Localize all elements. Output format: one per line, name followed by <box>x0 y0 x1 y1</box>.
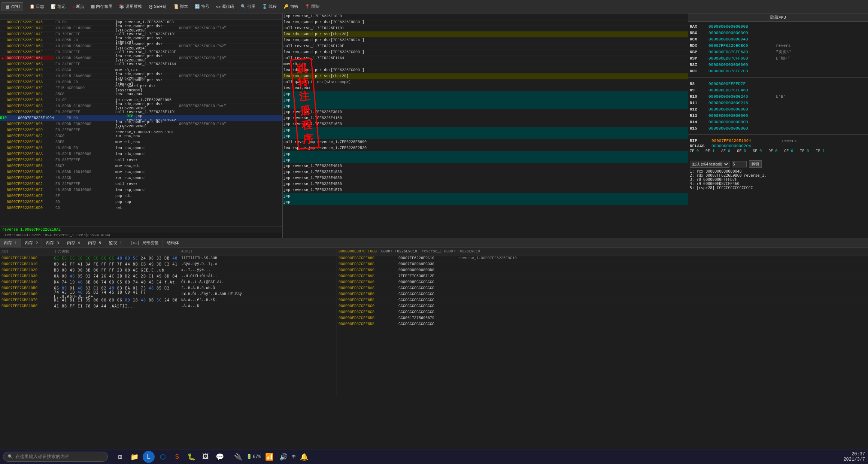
search-bar[interactable]: 🔍 在这里输入你要搜索的内容 <box>3 452 108 462</box>
reg-value[interactable]: 0000000000000000 <box>708 126 776 131</box>
disasm-row[interactable]: 00007FF6226E1958 48:8D0D C5830000 lea rc… <box>0 43 282 49</box>
disasm-row[interactable]: 00007FF6226E19AA 48:8D15 4F830000 lea rd… <box>0 151 282 157</box>
reg-value[interactable]: 0000000000000246 <box>708 101 776 105</box>
center-instr-row[interactable]: jmp reverse_1.7FF6226E18F8 <box>283 13 688 19</box>
reg-value[interactable]: 000000ED87CFF680 <box>708 56 776 61</box>
bottom-tab-7[interactable]: 结构体 <box>163 239 183 247</box>
flag-value[interactable]: 0 <box>775 149 777 153</box>
source-button[interactable]: <> 源代码 <box>213 3 237 10</box>
center-instr-row[interactable]: jmp reverse_1.7FF6226E1830 <box>283 169 688 175</box>
reg-value[interactable]: 000000ED87CFF7C8 <box>708 69 776 73</box>
center-instr-row[interactable]: jmp <box>283 157 688 163</box>
fastcall-num-input[interactable] <box>732 161 747 167</box>
memory-row[interactable]: 00007FFF7CB81070 D1 41 81 E1 05 00 00 80… <box>0 297 337 303</box>
center-instr-row[interactable]: jmp <box>283 151 688 157</box>
flag-value[interactable]: 1 <box>822 149 825 153</box>
center-instr-row[interactable]: lea rcx,qword ptr ss:[rbp+28] <box>283 73 688 79</box>
taskbar-icon-2[interactable]: 📁 <box>128 451 140 463</box>
reg-value[interactable]: 000000ED87CFF460 <box>708 88 776 93</box>
reg-value[interactable]: 00000000FFFFD7F <box>708 82 776 86</box>
center-instr-row[interactable]: jmp <box>283 193 688 199</box>
disasm-row[interactable]: 00007FF6226E19A2 33C0 xor eax,eax <box>0 133 282 139</box>
center-scroll[interactable]: jmp reverse_1.7FF6226E18F8lea rcx,qword … <box>283 13 688 238</box>
disasm-row[interactable]: 00007FF6226E1948 48:8D0D E1830000 lea rc… <box>0 25 282 31</box>
bottom-tab-3[interactable]: 内存 4 <box>63 239 84 247</box>
disasm-row[interactable]: 00007FF6226E19B8 48:8B8D 10010000 mov rc… <box>0 169 282 175</box>
threads-button[interactable]: 🧵 线程 <box>259 3 280 10</box>
center-instr-row[interactable]: jmp <box>283 199 688 205</box>
flag-value[interactable]: 0 <box>728 149 730 153</box>
center-instr-row[interactable]: lea rcx,qword ptr ds:[7FF6226E9D30 ] <box>283 19 688 25</box>
volume-icon[interactable]: 🔊 <box>277 451 289 463</box>
flag-value[interactable]: 0 <box>759 149 762 153</box>
reg-value[interactable]: 00007FF6226E9BC0 <box>708 43 776 48</box>
taskbar-icon-1[interactable]: ⊞ <box>114 451 126 463</box>
references-button[interactable]: 🔍 引用 <box>238 3 258 10</box>
stack-row[interactable]: 000000ED87CFF6D0 CC00617375696679 <box>337 315 868 321</box>
reg-value[interactable]: 0000000000000000 <box>708 120 776 124</box>
unlock-button[interactable]: 解锁 <box>749 160 762 168</box>
memory-row[interactable]: 00007FFF7CB81080 41 8B FF E1 78 9A 44 .Á… <box>0 303 337 309</box>
seh-button[interactable]: ⛓ SEH链 <box>146 3 170 10</box>
stack-row[interactable]: 000000ED87CFF690 00000000000000D0 <box>337 267 868 273</box>
stack-row[interactable]: 000000ED87CFF698 7EFEFF7C636B712F <box>337 273 868 279</box>
reg-value[interactable]: 0000000000000000 <box>708 113 776 118</box>
cpu-button[interactable]: 🖥 CPU <box>1 2 23 11</box>
reg-value[interactable]: 0000000000000000 <box>708 107 776 112</box>
stack-row[interactable]: 000000ED87CFF6C0 CCCCCCCCCCCCCCCC <box>337 303 868 309</box>
bottom-tab-0[interactable]: 内存 1 <box>0 239 21 247</box>
center-instr-row[interactable]: jmp reverse_1.7FF6226E1E70 <box>283 187 688 193</box>
disasm-row[interactable]: 00007FF6226E19D0 C3 ret <box>0 205 282 211</box>
disasm-row[interactable]: 00007FF6226E19C2 E8 22F9FFFF call rever <box>0 181 282 187</box>
bottom-tab-6[interactable]: |x=| 局部变量 <box>126 239 163 247</box>
center-instr-row[interactable]: jmp reverse_1.7FF6226E4150 <box>283 115 688 121</box>
stack-row[interactable]: 000000ED87CFF6B0 CCCCCCCCCCCCCCCC <box>337 291 868 297</box>
rip-value[interactable]: 00007FF6226E1994 <box>711 139 779 143</box>
flag-value[interactable]: 0 <box>696 149 699 153</box>
stack-row[interactable]: 000000ED87CFF688 00007F089A9EC938 <box>337 261 868 267</box>
flag-value[interactable]: 0 <box>807 149 809 153</box>
fastcall-select[interactable]: 默认 (x64 fastcall) <box>690 161 729 168</box>
taskbar-icon-8[interactable]: 💬 <box>214 451 226 463</box>
center-instr-row[interactable]: lea rcx,qword ptr ds:[7FF6226EC000 ] <box>283 49 688 55</box>
disasm-row[interactable]: 00007FF6226E19CE 5F pop rdi <box>0 193 282 199</box>
center-instr-row[interactable]: call rever jmp reverse_1.7FF6226E5890 <box>283 139 688 145</box>
disasm-row[interactable]: 00007FF6226E1984 85C0 test eax,eax <box>0 91 282 97</box>
flag-value[interactable]: 1 <box>712 149 714 153</box>
center-instr-row[interactable]: jmp reverse_1.7FF6226E4550 <box>283 181 688 187</box>
taskbar-icon-7[interactable]: 🖼 <box>200 451 212 463</box>
memory-row[interactable]: 00007FFF7CB81010 8D 42 FF 41 BA FE FF FF… <box>0 261 337 267</box>
disasm-row[interactable]: 00007FF6226E19B1 E8 85F7FFFF call rever <box>0 157 282 163</box>
disasm-row[interactable]: 00007FF6226E19C7 48:8DA5 28010000 lea rs… <box>0 187 282 193</box>
handles-button[interactable]: 🔑 句柄 <box>280 3 301 10</box>
center-instr-row[interactable]: jmp <box>283 97 688 103</box>
reg-value[interactable]: 0000000000000000 <box>708 63 776 67</box>
log-button[interactable]: 📋 日志 <box>27 3 47 10</box>
center-instr-row[interactable]: lea rdx,qword ptr ss:[rbp+28] <box>283 31 688 37</box>
center-instr-row[interactable]: jmp reverse_1.7FF6226E4030 <box>283 175 688 181</box>
memory-row[interactable]: 00007FFF7CB81000 CC CC CC CC CC CC CC CC… <box>0 255 337 261</box>
taskbar-icon-4[interactable]: ⬡ <box>157 451 169 463</box>
reg-value[interactable]: 0000000000000048 <box>708 37 776 42</box>
center-instr-row[interactable]: call reverse_1.7FF6226E11A4 <box>283 55 688 61</box>
stack-row[interactable]: 000000ED87CFF6D8 CCCCCCCCCCCCCCCC <box>337 321 868 327</box>
rflags-value[interactable]: 0000000000000204 <box>711 144 779 148</box>
center-instr-row[interactable]: call reverse_1.7FF6226E128F <box>283 43 688 49</box>
stack-row[interactable]: 000000ED87CFF6B8 CCCCCCCCCCCCCCCC <box>337 297 868 303</box>
reg-value[interactable]: 0000000000000000 <box>708 31 776 35</box>
stack-row[interactable]: 000000ED87CFF6A8 CCCCCCCCCCCCCCCC <box>337 285 868 291</box>
center-instr-row[interactable]: lea rdx,qword ptr ds:[7FF6226EC000 ] <box>283 67 688 73</box>
center-instr-row[interactable]: mov r8,rax <box>283 61 688 67</box>
center-instr-row[interactable]: test eax,eax <box>283 85 688 91</box>
stack-row[interactable]: 000000ED87CFF680 00007FF6226E9C10 revers… <box>337 255 868 261</box>
center-instr-row[interactable]: jmp reverse_1.7FF6226E3010 <box>283 109 688 115</box>
disasm-row[interactable]: 00007FF6226E19A4 8DF8 mov edi,eax <box>0 139 282 145</box>
stack-row[interactable]: 000000ED87CFF6A0 0000008ECCCCCCCC <box>337 279 868 285</box>
center-instr-row[interactable]: jmp <box>283 133 688 139</box>
flag-value[interactable]: 0 <box>744 149 746 153</box>
center-instr-row[interactable]: jmp <box>283 103 688 109</box>
disasm-row[interactable]: 00007FF6226E19B6 8BC7 mov eax,edi <box>0 163 282 169</box>
center-instr-row[interactable]: jmp <box>283 127 688 133</box>
disasm-row[interactable]: 00007FF6226E196B E4 34F8FFFF call revers… <box>0 61 282 67</box>
center-instr-row[interactable]: call reverse_1.7FF6226E11D1 <box>283 25 688 31</box>
